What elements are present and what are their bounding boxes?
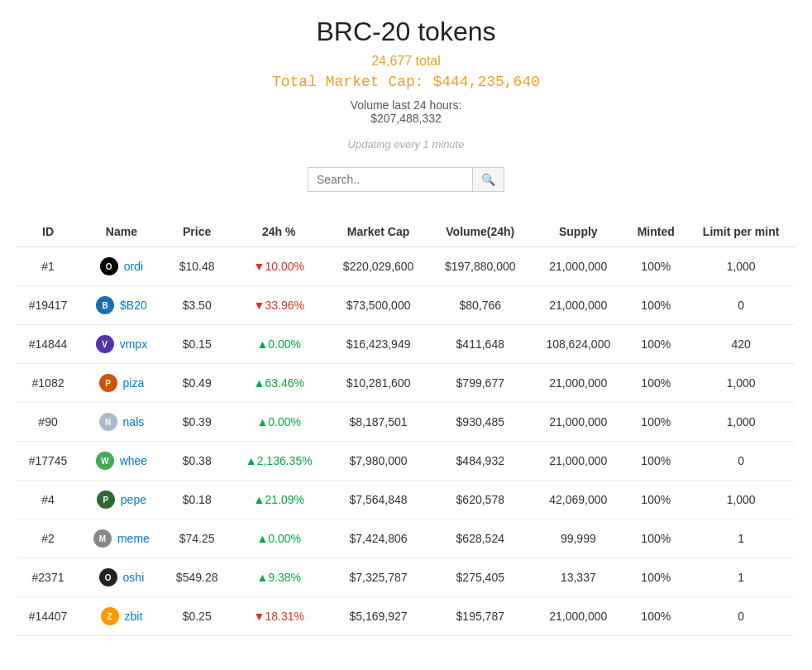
token-link[interactable]: whee xyxy=(120,454,147,467)
cell-change: ▲0.00% xyxy=(231,519,327,558)
cell-limit: 0 xyxy=(686,442,795,481)
cell-price: $0.49 xyxy=(164,364,231,403)
cell-change: ▲9.38% xyxy=(231,558,327,597)
updating-text: Updating every 1 minute xyxy=(17,138,795,151)
token-icon: P xyxy=(99,374,117,392)
cell-market-cap: $7,424,806 xyxy=(327,519,429,558)
token-link[interactable]: vmpx xyxy=(120,337,147,351)
token-icon: B xyxy=(96,296,114,314)
table-row: #14844 V vmpx $0.15 ▲0.00% $16,423,949 $… xyxy=(17,325,795,364)
cell-supply: 21,000,000 xyxy=(531,364,625,403)
cell-price: $10.48 xyxy=(164,247,231,286)
cell-change: ▲0.00% xyxy=(231,403,327,442)
cell-change: ▼33.96% xyxy=(231,286,327,325)
cell-limit: 1,000 xyxy=(686,247,795,286)
cell-id: #90 xyxy=(17,403,79,442)
market-cap-value: $444,235,640 xyxy=(432,74,540,90)
cell-change: ▲2,136.35% xyxy=(231,442,327,481)
token-icon: N xyxy=(99,413,117,431)
token-icon: O xyxy=(99,568,117,586)
search-input[interactable] xyxy=(308,167,473,192)
cell-market-cap: $8,187,501 xyxy=(327,403,429,442)
cell-change: ▼10.00% xyxy=(231,247,327,286)
cell-id: #19417 xyxy=(17,286,79,325)
cell-change: ▼18.31% xyxy=(231,597,327,636)
search-container: 🔍 xyxy=(17,167,795,192)
table-header: ID Name Price 24h % Market Cap Volume(24… xyxy=(17,217,795,247)
cell-supply: 21,000,000 xyxy=(531,403,625,442)
cell-price: $0.39 xyxy=(164,403,231,442)
cell-name: Z zbit xyxy=(79,597,164,636)
cell-minted: 100% xyxy=(625,403,686,442)
cell-minted: 100% xyxy=(625,519,686,558)
cell-name: P piza xyxy=(79,364,164,403)
cell-price: $3.50 xyxy=(164,286,231,325)
cell-id: #14407 xyxy=(17,597,79,636)
token-link[interactable]: meme xyxy=(117,532,150,545)
token-link[interactable]: ordi xyxy=(124,260,143,273)
cell-supply: 21,000,000 xyxy=(531,442,625,481)
col-24h: 24h % xyxy=(231,217,327,247)
col-price: Price xyxy=(164,217,231,247)
col-market-cap: Market Cap xyxy=(327,217,429,247)
table-body: #1 O ordi $10.48 ▼10.00% $220,029,600 $1… xyxy=(17,247,795,636)
cell-price: $74.25 xyxy=(164,519,231,558)
cell-supply: 108,624,000 xyxy=(531,325,625,364)
cell-volume: $195,787 xyxy=(429,597,531,636)
cell-supply: 21,000,000 xyxy=(531,597,625,636)
cell-limit: 1 xyxy=(686,519,795,558)
cell-limit: 1,000 xyxy=(686,364,795,403)
tokens-table: ID Name Price 24h % Market Cap Volume(24… xyxy=(17,217,795,636)
table-row: #19417 B $B20 $3.50 ▼33.96% $73,500,000 … xyxy=(17,286,795,325)
cell-name: N nals xyxy=(79,403,164,442)
cell-minted: 100% xyxy=(625,597,686,636)
token-icon: Z xyxy=(101,607,119,625)
page-header: BRC-20 tokens 24,677 total Total Market … xyxy=(17,17,795,151)
token-link[interactable]: zbit xyxy=(125,610,143,623)
volume-label: Volume last 24 hours: xyxy=(17,98,795,112)
table-row: #1 O ordi $10.48 ▼10.00% $220,029,600 $1… xyxy=(17,247,795,286)
col-minted: Minted xyxy=(625,217,686,247)
cell-minted: 100% xyxy=(625,481,686,519)
token-link[interactable]: pepe xyxy=(121,493,146,506)
token-icon: O xyxy=(100,257,118,275)
cell-supply: 13,337 xyxy=(531,558,625,597)
cell-limit: 1,000 xyxy=(686,481,795,519)
cell-market-cap: $220,029,600 xyxy=(327,247,429,286)
volume-value: $207,488,332 xyxy=(17,112,795,125)
token-link[interactable]: piza xyxy=(123,376,145,390)
cell-name: B $B20 xyxy=(79,286,164,325)
cell-market-cap: $10,281,600 xyxy=(327,364,429,403)
cell-id: #2371 xyxy=(17,558,79,597)
cell-limit: 1,000 xyxy=(686,403,795,442)
cell-minted: 100% xyxy=(625,286,686,325)
token-link[interactable]: nals xyxy=(123,415,145,428)
cell-price: $0.18 xyxy=(164,481,231,519)
cell-market-cap: $7,980,000 xyxy=(327,442,429,481)
search-button[interactable]: 🔍 xyxy=(473,167,504,192)
cell-volume: $628,524 xyxy=(429,519,531,558)
cell-limit: 420 xyxy=(686,325,795,364)
cell-name: O ordi xyxy=(79,247,164,286)
col-supply: Supply xyxy=(531,217,625,247)
cell-id: #1 xyxy=(17,247,79,286)
cell-volume: $620,578 xyxy=(429,481,531,519)
cell-limit: 0 xyxy=(686,597,795,636)
cell-id: #1082 xyxy=(17,364,79,403)
cell-price: $549.28 xyxy=(164,558,231,597)
table-row: #90 N nals $0.39 ▲0.00% $8,187,501 $930,… xyxy=(17,403,795,442)
cell-supply: 21,000,000 xyxy=(531,286,625,325)
page-title: BRC-20 tokens xyxy=(17,17,795,47)
cell-volume: $799,677 xyxy=(429,364,531,403)
cell-id: #14844 xyxy=(17,325,79,364)
token-link[interactable]: oshi xyxy=(123,571,145,584)
cell-minted: 100% xyxy=(625,558,686,597)
cell-volume: $197,880,000 xyxy=(429,247,531,286)
cell-volume: $484,932 xyxy=(429,442,531,481)
table-row: #17745 W whee $0.38 ▲2,136.35% $7,980,00… xyxy=(17,442,795,481)
market-cap: Total Market Cap: $444,235,640 xyxy=(17,74,795,90)
col-id: ID xyxy=(17,217,79,247)
table-row: #2 M meme $74.25 ▲0.00% $7,424,806 $628,… xyxy=(17,519,795,558)
cell-minted: 100% xyxy=(625,247,686,286)
token-link[interactable]: $B20 xyxy=(120,299,147,312)
